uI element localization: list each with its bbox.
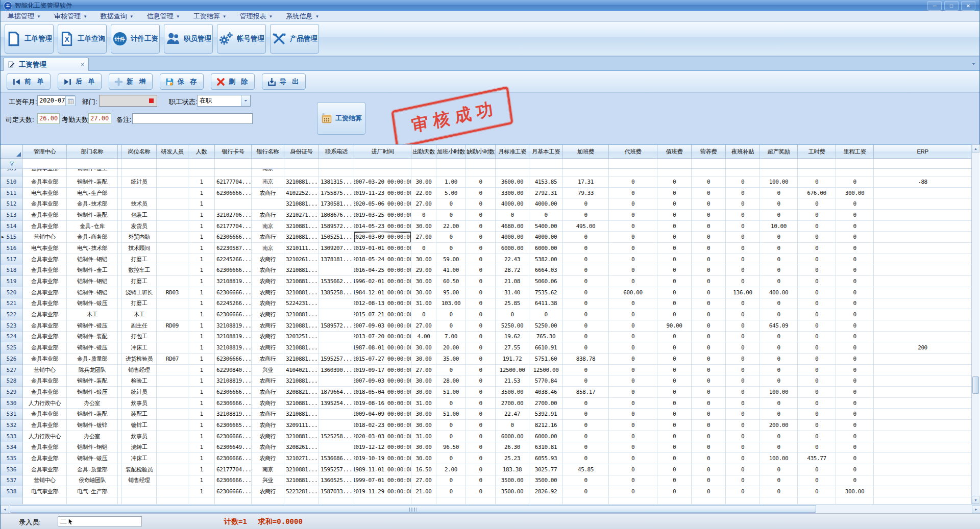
table-cell[interactable]: 0 [692, 486, 726, 497]
table-cell[interactable]: 0 [657, 254, 692, 265]
table-cell[interactable]: 0 [563, 276, 609, 287]
column-header-银行名称[interactable]: 银行名称 [252, 145, 284, 159]
table-cell[interactable]: 0 [760, 475, 798, 487]
table-cell[interactable] [874, 398, 972, 409]
table-row[interactable]: 520金具事业部铝制件-钢铝浇铸工班长RD03162306666...农商行32… [1, 287, 972, 298]
table-cell[interactable]: 钢制件-金工 [67, 169, 118, 177]
table-cell[interactable]: 2019-01-01 00:00:00 [354, 243, 411, 254]
table-cell[interactable]: 3210881... [284, 309, 319, 320]
table-cell[interactable] [118, 221, 122, 232]
table-cell[interactable]: 办公室 [67, 398, 118, 409]
table-cell[interactable]: 22.43 [496, 254, 529, 265]
table-cell[interactable]: 3500.00 [496, 387, 529, 398]
table-cell[interactable] [215, 169, 252, 177]
table-cell[interactable]: 1378181... [319, 254, 354, 265]
row-header[interactable]: 517 [1, 254, 23, 265]
filter-cell[interactable] [252, 159, 284, 169]
table-cell[interactable]: 3210881... [284, 431, 319, 442]
table-cell[interactable]: 0 [466, 221, 496, 232]
table-cell[interactable] [874, 254, 972, 265]
table-cell[interactable]: 1996-02-01 00:00:00 [354, 276, 411, 287]
table-cell[interactable]: 2007-09-03 00:00:00 [354, 375, 411, 387]
column-header-身份证号[interactable]: 身份证号 [284, 145, 319, 159]
table-cell[interactable]: 0 [563, 342, 609, 354]
table-row[interactable]: 538电气事业部电气-生产部162306666...农商行5223281...1… [1, 486, 972, 497]
table-cell[interactable] [319, 375, 354, 387]
table-cell[interactable]: 0 [760, 342, 798, 354]
table-cell[interactable] [798, 169, 836, 177]
table-cell[interactable]: 0 [726, 365, 760, 376]
table-row[interactable]: 522金具事业部木工木工162306666...农商行3210881...201… [1, 309, 972, 320]
table-row[interactable]: 530人力行政中心办公室炊事员162306666...农商行3210881...… [1, 398, 972, 409]
table-cell[interactable]: 0 [657, 342, 692, 354]
table-cell[interactable]: 62177704... [215, 464, 252, 475]
table-cell[interactable]: 1987-08-01 00:00:00 [354, 342, 411, 354]
column-header-加班费[interactable]: 加班费 [563, 145, 609, 159]
table-cell[interactable]: 0 [798, 232, 836, 243]
table-cell[interactable]: 铝制件-钢铝 [67, 287, 118, 298]
table-cell[interactable]: 1536686... [319, 453, 354, 464]
table-cell[interactable] [319, 342, 354, 354]
table-cell[interactable]: 0 [436, 398, 466, 409]
table-cell[interactable]: 0 [466, 287, 496, 298]
table-cell[interactable] [874, 375, 972, 387]
table-cell[interactable] [157, 442, 188, 454]
filter-cell[interactable] [319, 159, 354, 169]
table-cell[interactable]: 0 [466, 210, 496, 221]
table-cell[interactable]: 金具-技术部 [67, 198, 118, 210]
table-cell[interactable] [157, 177, 188, 188]
table-cell[interactable]: 0 [657, 265, 692, 276]
table-cell[interactable]: 外贸内勤 [122, 232, 157, 243]
table-cell[interactable]: 0 [436, 475, 466, 487]
table-cell[interactable]: 6055.93 [529, 453, 563, 464]
table-cell[interactable]: 金具事业部 [23, 387, 67, 398]
table-cell[interactable]: 农商行 [252, 298, 284, 310]
table-cell[interactable]: 3210111... [284, 243, 319, 254]
filter-cell[interactable] [215, 159, 252, 169]
table-cell[interactable] [319, 409, 354, 420]
table-cell[interactable] [118, 320, 122, 332]
table-cell[interactable]: 0 [798, 375, 836, 387]
table-cell[interactable]: 0 [563, 453, 609, 464]
table-cell[interactable]: 0 [563, 365, 609, 376]
table-cell[interactable]: 2019-11-29 00:00:00 [354, 486, 411, 497]
table-cell[interactable]: 0 [760, 365, 798, 376]
filter-cell[interactable] [726, 159, 760, 169]
table-cell[interactable]: 0 [760, 431, 798, 442]
table-cell[interactable]: 0 [726, 243, 760, 254]
table-cell[interactable]: 62306666... [215, 486, 252, 497]
table-cell[interactable]: 0 [760, 309, 798, 320]
table-cell[interactable]: 0 [836, 420, 874, 431]
table-cell[interactable]: 金具事业部 [23, 409, 67, 420]
table-cell[interactable]: 0 [609, 198, 657, 210]
table-cell[interactable]: 0 [466, 320, 496, 332]
filter-cell[interactable] [609, 159, 657, 169]
table-cell[interactable]: 0 [726, 332, 760, 343]
table-cell[interactable]: 22.00 [436, 221, 466, 232]
table-cell[interactable]: 100.00 [760, 453, 798, 464]
table-cell[interactable] [118, 243, 122, 254]
filter-cell[interactable] [563, 159, 609, 169]
table-cell[interactable]: 62306666... [215, 188, 252, 199]
table-cell[interactable]: 0 [726, 210, 760, 221]
row-header[interactable]: 528 [1, 375, 23, 387]
table-cell[interactable] [529, 169, 563, 177]
table-cell[interactable]: 0 [760, 332, 798, 343]
filter-cell[interactable] [122, 159, 157, 169]
table-cell[interactable]: 0 [726, 409, 760, 420]
table-cell[interactable]: 1589572... [319, 221, 354, 232]
table-cell[interactable]: 3210881... [284, 232, 319, 243]
table-cell[interactable]: 0 [657, 431, 692, 442]
table-cell[interactable]: 62306649... [215, 442, 252, 454]
table-cell[interactable]: 62306665... [215, 420, 252, 431]
table-cell[interactable]: 0 [760, 409, 798, 420]
table-cell[interactable]: 金具事业部 [23, 354, 67, 365]
table-cell[interactable]: 1730581... [319, 198, 354, 210]
row-header[interactable]: 529 [1, 387, 23, 398]
table-cell[interactable]: 0 [657, 453, 692, 464]
table-cell[interactable]: 29.00 [411, 265, 436, 276]
column-header-值班费[interactable]: 值班费 [657, 145, 692, 159]
table-cell[interactable] [284, 169, 319, 177]
table-cell[interactable] [157, 276, 188, 287]
table-row[interactable]: 528金具事业部钢制件-装配检验工132108819...农商行3210881.… [1, 375, 972, 387]
